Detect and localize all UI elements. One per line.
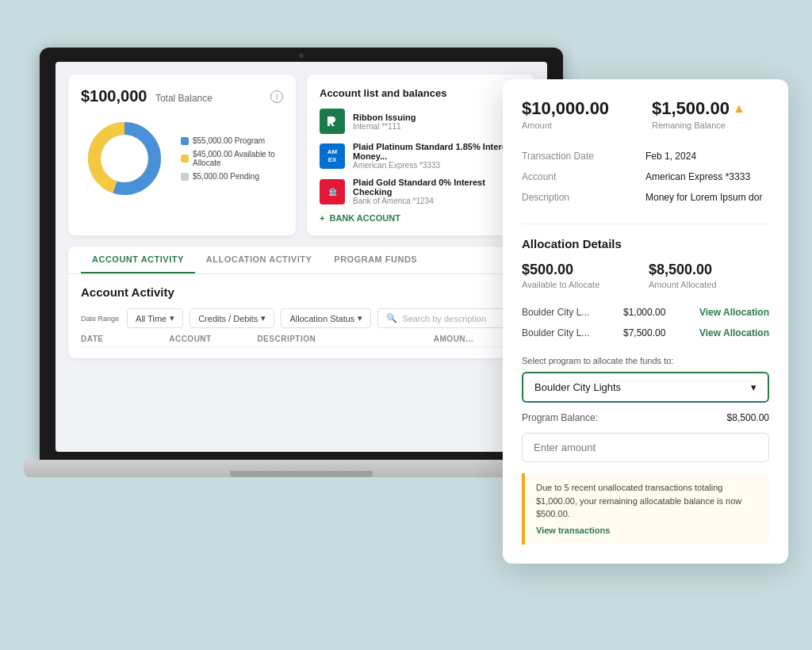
date-range-label: Date Range (81, 315, 119, 323)
tab-content: Account Activity Date Range All Time ▾ C… (68, 274, 534, 358)
account-item-amex[interactable]: AMEX Plaid Platinum Standard 1.85% Inter… (320, 142, 522, 170)
transaction-details: Transaction Date Feb 1, 2024 Account Ame… (522, 146, 769, 208)
donut-chart (81, 115, 168, 202)
available-label: Available to Allocate (522, 280, 642, 289)
transaction-amount: $10,000.00 (522, 98, 639, 119)
col-date: DATE (81, 335, 169, 343)
description-row: Description Money for Lorem Ipsum dor (522, 187, 769, 208)
dashboard-grid: $100,000 Total Balance i (68, 75, 534, 235)
allocation-row-2: Boulder City L... $7,500.00 View Allocat… (522, 323, 769, 343)
allocation-title: Allocation Details (522, 237, 769, 250)
accounts-card: Account list and balances Ribbon Issuing… (307, 75, 534, 235)
allocation-status-filter[interactable]: Allocation Status ▾ (281, 308, 371, 328)
screen-bezel: $100,000 Total Balance i (40, 48, 563, 460)
remaining-row: $1,500.00 ▲ (652, 98, 769, 119)
balance-title: $100,000 Total Balance (81, 87, 213, 105)
add-bank-account-button[interactable]: + BANK ACCOUNT (320, 213, 522, 223)
divider (522, 224, 769, 224)
screen-content: $100,000 Total Balance i (56, 62, 547, 452)
bofa-logo: 🏦 (320, 179, 345, 205)
legend-item-program: $55,000.00 Program (181, 136, 283, 145)
detail-panel: $10,000.00 Amount $1,500.00 ▲ Remaning B… (503, 79, 788, 564)
chevron-down-icon: ▾ (170, 313, 174, 323)
legend-dot-pending (181, 173, 189, 181)
legend-item-available: $45,000.00 Available to Allocate (181, 150, 283, 167)
remaining-balance-block: $1,500.00 ▲ Remaning Balance (652, 98, 769, 130)
tabs-nav: ACCOUNT ACTIVITY ALLOCATION ACTIVITY PRO… (68, 247, 534, 274)
tab-allocation-activity[interactable]: ALLOCATION ACTIVITY (195, 247, 324, 273)
search-input[interactable]: 🔍 Search by description (377, 308, 522, 328)
allocated-amount: $8,500.00 (649, 262, 769, 278)
allocation-rows: Boulder City L... $1,000.00 View Allocat… (522, 302, 769, 343)
tabs-section: ACCOUNT ACTIVITY ALLOCATION ACTIVITY PRO… (68, 247, 534, 358)
legend-dot-program (181, 137, 189, 145)
legend-dot-available (181, 155, 189, 162)
info-icon[interactable]: i (270, 90, 283, 103)
credits-debits-filter[interactable]: Credits / Debits ▾ (190, 308, 274, 328)
account-item-ribbon[interactable]: Ribbon Issuing Internal **111 (320, 109, 522, 134)
amex-logo: AMEX (320, 143, 345, 169)
warning-triangle-icon: ▲ (733, 101, 745, 116)
view-allocation-link-2[interactable]: View Allocation (699, 327, 769, 338)
legend-item-pending: $5,000.00 Pending (181, 172, 283, 181)
tab-program-funds[interactable]: PROGRAM FUNDS (323, 247, 428, 273)
chevron-down-icon: ▾ (751, 381, 756, 393)
balance-label: Total Balance (155, 93, 213, 104)
transaction-date-row: Transaction Date Feb 1, 2024 (522, 146, 769, 166)
enter-amount-input[interactable] (522, 433, 769, 462)
available-amount: $500.00 (522, 262, 642, 278)
view-transactions-link[interactable]: View transactions (536, 524, 758, 537)
available-block: $500.00 Available to Allocate (522, 262, 642, 289)
chevron-down-icon: ▾ (261, 313, 266, 323)
transaction-amount-block: $10,000.00 Amount (522, 98, 639, 130)
camera (299, 53, 304, 58)
allocated-block: $8,500.00 Amount Allocated (649, 262, 769, 289)
accounts-title: Account list and balances (320, 87, 522, 99)
view-allocation-link-1[interactable]: View Allocation (699, 307, 769, 318)
warning-banner: Due to 5 recent unallocated transactions… (522, 473, 769, 545)
allocation-row-1: Boulder City L... $1,000.00 View Allocat… (522, 302, 769, 323)
col-account: ACCOUNT (169, 335, 257, 343)
amount-label: Amount (522, 120, 639, 130)
donut-legend: $55,000.00 Program $45,000.00 Available … (81, 115, 283, 202)
search-icon: 🔍 (386, 313, 397, 323)
legend-items: $55,000.00 Program $45,000.00 Available … (181, 115, 283, 202)
laptop-base (24, 460, 579, 477)
detail-top-grid: $10,000.00 Amount $1,500.00 ▲ Remaning B… (522, 98, 769, 130)
laptop-container: $100,000 Total Balance i (40, 48, 579, 602)
allocated-label: Amount Allocated (649, 280, 769, 289)
program-balance-row: Program Balance: $8,500.00 (522, 412, 769, 423)
table-header: DATE ACCOUNT DESCRIPTION AMOUN... (81, 328, 522, 347)
program-dropdown[interactable]: Boulder City Lights ▾ (522, 372, 769, 403)
plus-icon: + (320, 213, 324, 223)
tab-account-activity[interactable]: ACCOUNT ACTIVITY (81, 247, 195, 273)
account-row: Account American Express *3333 (522, 166, 769, 187)
bofa-account-info: Plaid Gold Standard 0% Interest Checking… (353, 178, 522, 205)
allocation-summary-grid: $500.00 Available to Allocate $8,500.00 … (522, 262, 769, 289)
content-title: Account Activity (81, 285, 522, 299)
ribbon-account-info: Ribbon Issuing Internal **111 (353, 113, 416, 131)
date-range-filter[interactable]: All Time ▾ (127, 308, 183, 328)
program-select-label: Select program to allocate the funds to: (522, 356, 769, 365)
chevron-down-icon: ▾ (358, 313, 362, 323)
remaining-label: Remaning Balance (652, 120, 769, 130)
account-item-bofa[interactable]: 🏦 Plaid Gold Standard 0% Interest Checki… (320, 178, 522, 205)
amex-account-info: Plaid Platinum Standard 1.85% Interest M… (353, 142, 522, 170)
balance-amount: $100,000 (81, 87, 147, 105)
filters-row: Date Range All Time ▾ Credits / Debits ▾… (81, 308, 522, 328)
balance-header: $100,000 Total Balance i (81, 87, 283, 105)
ribbon-logo (320, 109, 345, 134)
balance-card: $100,000 Total Balance i (68, 75, 296, 235)
col-description: DESCRIPTION (257, 335, 433, 343)
remaining-amount: $1,500.00 (652, 98, 730, 119)
screen: $100,000 Total Balance i (56, 62, 547, 452)
